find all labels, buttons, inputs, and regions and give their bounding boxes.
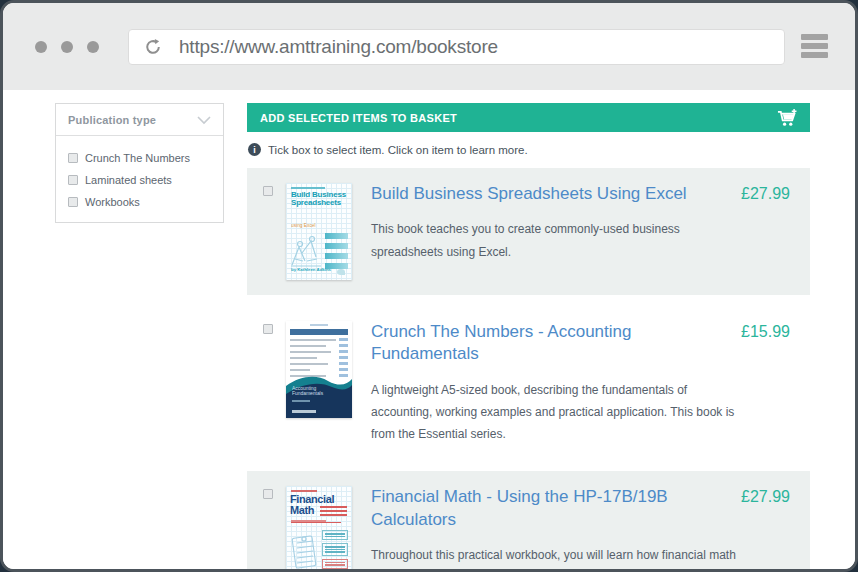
- book-cover-financial-math: Financial Math: [286, 486, 352, 572]
- cover-decor: [292, 400, 310, 402]
- filter-options: Crunch The Numbers Laminated sheets Work…: [56, 136, 223, 222]
- cover-title: Accounting Fundamentals: [292, 386, 340, 396]
- instruction-text: Tick box to select item. Click on item t…: [268, 144, 528, 156]
- product-price: £15.99: [741, 323, 790, 445]
- page-content: Publication type Crunch The Numbers Lami…: [3, 90, 855, 572]
- product-info: Build Business Spreadsheets Using Excel …: [371, 183, 790, 263]
- address-bar[interactable]: https://www.amttraining.com/bookstore: [128, 29, 785, 65]
- product-title[interactable]: Build Business Spreadsheets Using Excel: [371, 183, 716, 205]
- browser-toolbar: https://www.amttraining.com/bookstore: [3, 3, 855, 90]
- product-row-build-business-spreadsheets[interactable]: Build Business Spreadsheets using Excel: [247, 168, 810, 295]
- filter-checkbox[interactable]: [68, 175, 78, 185]
- product-list: Build Business Spreadsheets using Excel: [247, 168, 810, 572]
- product-description: A lightweight A5-sized book, describing …: [371, 379, 741, 446]
- filter-item-label: Workbooks: [85, 196, 140, 208]
- info-icon: i: [248, 143, 261, 156]
- cover-decor: [310, 324, 328, 326]
- publication-type-filter: Publication type Crunch The Numbers Lami…: [55, 103, 224, 223]
- browser-window: https://www.amttraining.com/bookstore Pu…: [0, 0, 858, 572]
- cover-decor: [290, 329, 348, 335]
- cover-author: by Kathleen Adkins: [291, 267, 331, 271]
- product-price: £27.99: [741, 185, 790, 263]
- cover-illustration: [289, 233, 325, 269]
- product-checkbox[interactable]: [263, 324, 273, 334]
- cover-logo: [337, 269, 345, 275]
- add-to-basket-label: ADD SELECTED ITEMS TO BASKET: [260, 112, 457, 124]
- cover-decor: [320, 506, 347, 518]
- filter-checkbox[interactable]: [68, 197, 78, 207]
- basket-icon: [776, 108, 797, 127]
- cover-subtitle: using Excel: [291, 223, 316, 228]
- window-dot[interactable]: [35, 41, 47, 53]
- product-list-panel: ADD SELECTED ITEMS TO BASKET i Tick box …: [247, 103, 810, 572]
- product-row-crunch-the-numbers[interactable]: Accounting Fundamentals Crunch The Numbe…: [247, 306, 810, 460]
- cover-illustration: [288, 531, 322, 572]
- url-text[interactable]: https://www.amttraining.com/bookstore: [179, 36, 498, 58]
- window-dot[interactable]: [61, 41, 73, 53]
- filter-header[interactable]: Publication type: [56, 104, 223, 136]
- product-description: Throughout this practical workbook, you …: [371, 544, 741, 572]
- product-checkbox[interactable]: [263, 489, 273, 499]
- cover-decor: [291, 520, 341, 523]
- filter-item-laminated-sheets[interactable]: Laminated sheets: [68, 174, 211, 186]
- cover-decor: [291, 187, 325, 189]
- filter-header-label: Publication type: [68, 114, 156, 126]
- product-description: This book teaches you to create commonly…: [371, 218, 741, 262]
- product-checkbox[interactable]: [263, 186, 273, 196]
- book-cover-build-business-spreadsheets: Build Business Spreadsheets using Excel: [286, 183, 352, 280]
- product-info: Financial Math - Using the HP-17B/19B Ca…: [371, 486, 790, 572]
- product-row-financial-math[interactable]: Financial Math: [247, 471, 810, 572]
- cover-decor-boxes: [322, 530, 348, 572]
- reload-icon[interactable]: [143, 37, 163, 57]
- product-price: £27.99: [741, 488, 790, 572]
- filter-item-label: Crunch The Numbers: [85, 152, 190, 164]
- filter-item-label: Laminated sheets: [85, 174, 172, 186]
- book-cover-accounting-fundamentals: Accounting Fundamentals: [286, 321, 352, 418]
- instruction-line: i Tick box to select item. Click on item…: [248, 143, 810, 156]
- add-to-basket-button[interactable]: ADD SELECTED ITEMS TO BASKET: [247, 103, 810, 132]
- window-dot[interactable]: [87, 41, 99, 53]
- filter-item-crunch-the-numbers[interactable]: Crunch The Numbers: [68, 152, 211, 164]
- cover-decor: [291, 490, 317, 492]
- filter-item-workbooks[interactable]: Workbooks: [68, 196, 211, 208]
- product-info: Crunch The Numbers - Accounting Fundamen…: [371, 321, 790, 445]
- menu-icon[interactable]: [801, 34, 828, 61]
- filter-checkbox[interactable]: [68, 153, 78, 163]
- cover-logo: [292, 410, 316, 413]
- product-title[interactable]: Financial Math - Using the HP-17B/19B Ca…: [371, 486, 716, 531]
- cover-title: Build Business Spreadsheets: [291, 191, 347, 207]
- window-control-dots: [35, 41, 99, 53]
- chevron-down-icon: [197, 116, 211, 125]
- product-title[interactable]: Crunch The Numbers - Accounting Fundamen…: [371, 321, 716, 366]
